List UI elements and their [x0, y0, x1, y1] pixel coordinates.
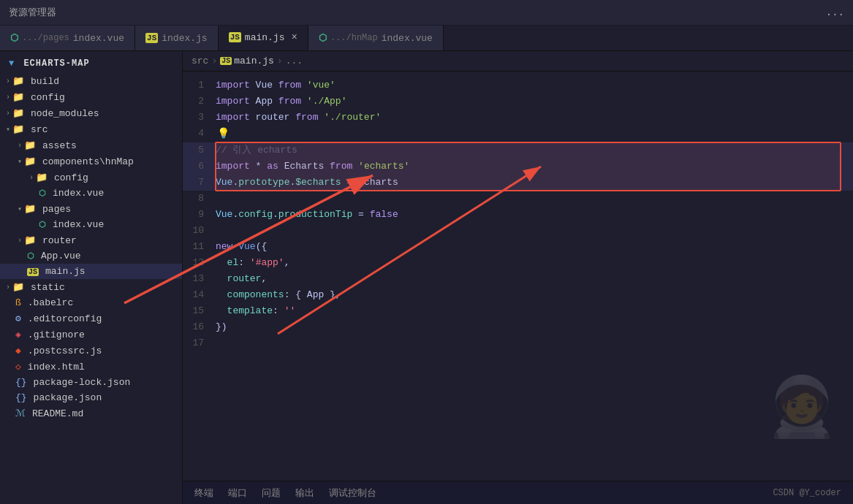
bottom-tab-问题[interactable]: 问题: [262, 486, 281, 500]
line-content: import router from './router': [216, 110, 853, 126]
tree-item-index-html[interactable]: ◇index.html: [0, 359, 182, 375]
item-label: components\hnMap: [42, 156, 134, 167]
bottom-tab-输出[interactable]: 输出: [295, 486, 314, 500]
bottom-tab-调试控制台[interactable]: 调试控制台: [329, 486, 376, 500]
breadcrumb-js: JS main.js: [220, 56, 274, 66]
tree-item-index-vue[interactable]: ⬡index.vue: [0, 186, 182, 201]
tree-item-pages[interactable]: ▾📁pages: [0, 201, 182, 217]
js-file-icon: JS: [27, 266, 39, 277]
tab-tab-index-vue[interactable]: ⬡ .../pages index.vue: [0, 26, 135, 50]
expand-arrow: ›: [6, 77, 10, 85]
line-content: components: { App },: [216, 287, 853, 303]
tree-item--babelrc[interactable]: ß.babelrc: [0, 295, 182, 310]
code-line-3: 3import router from './router': [183, 110, 853, 126]
expand-arrow: ▾: [18, 205, 22, 213]
line-number: 16: [183, 319, 216, 335]
line-content: Vue.config.productionTip = false: [216, 207, 853, 223]
item-label: package-lock.json: [34, 377, 131, 388]
expand-arrow: ›: [18, 142, 22, 150]
code-line-4: 4💡: [183, 126, 853, 142]
code-line-8: 8: [183, 191, 853, 207]
item-label: config: [54, 172, 88, 183]
line-content: 💡: [216, 126, 853, 142]
title-bar: 资源管理器 ...: [0, 0, 853, 26]
tree-item-assets[interactable]: ›📁assets: [0, 137, 182, 153]
tree-item--postcssrc-js[interactable]: ◆.postcssrc.js: [0, 343, 182, 359]
item-label: .editorconfig: [28, 313, 102, 324]
folder-icon: 📁: [24, 203, 36, 215]
folder-icon: 📁: [24, 156, 36, 167]
code-line-7: 7Vue.prototype.$echarts = Echarts: [183, 175, 853, 191]
line-number: 2: [183, 93, 216, 110]
bottom-tab-端口[interactable]: 端口: [228, 486, 247, 500]
code-line-14: 14 components: { App },: [183, 287, 853, 303]
line-number: 1: [183, 77, 216, 93]
line-number: 3: [183, 110, 216, 126]
sidebar-title: ▼ ECHARTS-MAP: [0, 54, 182, 73]
line-content: Vue.prototype.$echarts = Echarts: [216, 175, 853, 191]
line-content: template: '': [216, 303, 853, 319]
line-content: }): [216, 319, 853, 335]
tree-item-README-md[interactable]: ℳREADME.md: [0, 405, 182, 421]
code-line-13: 13 router,: [183, 271, 853, 287]
json-icon: {}: [15, 377, 27, 388]
code-line-12: 12 el: '#app',: [183, 255, 853, 271]
item-label: assets: [42, 140, 77, 151]
line-number: 9: [183, 207, 216, 223]
item-label: .babelrc: [28, 297, 73, 308]
line-content: import * as Echarts from 'echarts': [216, 159, 853, 175]
code-line-16: 16}): [183, 319, 853, 335]
line-number: 4: [183, 126, 216, 142]
tree-item-config[interactable]: ›📁config: [0, 169, 182, 186]
item-label: config: [31, 92, 65, 103]
item-label: index.vue: [53, 219, 104, 230]
breadcrumb: src › JS main.js › ...: [183, 51, 853, 72]
breadcrumb-src: src: [192, 56, 208, 66]
tree-item-static[interactable]: ›📁static: [0, 279, 182, 295]
vue-file-icon: ⬡: [27, 251, 34, 261]
tab-label: index.vue: [73, 33, 124, 44]
tab-tab-index-js[interactable]: JS index.js: [135, 26, 219, 50]
tree-item-main-js[interactable]: JSmain.js: [0, 264, 182, 279]
tree-item-App-vue[interactable]: ⬡App.vue: [0, 248, 182, 264]
vue-icon: ⬡: [10, 32, 18, 44]
code-line-11: 11new Vue({: [183, 239, 853, 255]
expand-arrow: ›: [18, 237, 22, 245]
code-editor[interactable]: 1import Vue from 'vue'2import App from '…: [183, 72, 853, 481]
tree-item--gitignore[interactable]: ◈.gitignore: [0, 327, 182, 343]
line-number: 6: [183, 159, 216, 175]
line-content: router,: [216, 271, 853, 287]
item-label: App.vue: [41, 251, 81, 261]
babel-icon: ß: [15, 297, 21, 308]
title-bar-menu[interactable]: ...: [826, 7, 844, 18]
tab-tab-index-vue2[interactable]: ⬡ .../hnMap index.vue: [308, 26, 444, 50]
sidebar: ▼ ECHARTS-MAP ›📁build›📁config›📁node_modu…: [0, 51, 183, 504]
tab-tab-main-js[interactable]: JS main.js×: [219, 26, 308, 50]
tree-item-config[interactable]: ›📁config: [0, 89, 182, 105]
tree-item-index-vue[interactable]: ⬡index.vue: [0, 217, 182, 232]
tree-item-package-json[interactable]: {}package.json: [0, 390, 182, 405]
bottom-tab-终端[interactable]: 终端: [194, 486, 213, 500]
tree-item-node_modules[interactable]: ›📁node_modules: [0, 105, 182, 121]
postcss-icon: ◆: [15, 345, 21, 356]
tree-item-router[interactable]: ›📁router: [0, 232, 182, 248]
item-label: .gitignore: [28, 329, 85, 340]
watermark: CSDN @Y_coder: [773, 488, 841, 498]
tree-item-package-lock-json[interactable]: {}package-lock.json: [0, 375, 182, 390]
item-label: package.json: [34, 392, 102, 403]
tree-item-components-hnMap[interactable]: ▾📁components\hnMap: [0, 153, 182, 169]
expand-arrow: ›: [6, 93, 10, 102]
expand-arrow: ▾: [18, 157, 22, 166]
tree-item-build[interactable]: ›📁build: [0, 73, 182, 89]
tree-item--editorconfig[interactable]: ⚙.editorconfig: [0, 310, 182, 327]
tree-item-src[interactable]: ▾📁src: [0, 121, 182, 137]
main-layout: ▼ ECHARTS-MAP ›📁build›📁config›📁node_modu…: [0, 51, 853, 504]
line-number: 12: [183, 255, 216, 271]
line-content: new Vue({: [216, 239, 853, 255]
js-icon: JS: [229, 32, 241, 42]
tab-close[interactable]: ×: [291, 31, 297, 43]
vue-icon: ⬡: [319, 32, 327, 44]
vue-file-icon: ⬡: [39, 220, 46, 229]
line-number: 5: [183, 142, 216, 159]
line-content: el: '#app',: [216, 255, 853, 271]
